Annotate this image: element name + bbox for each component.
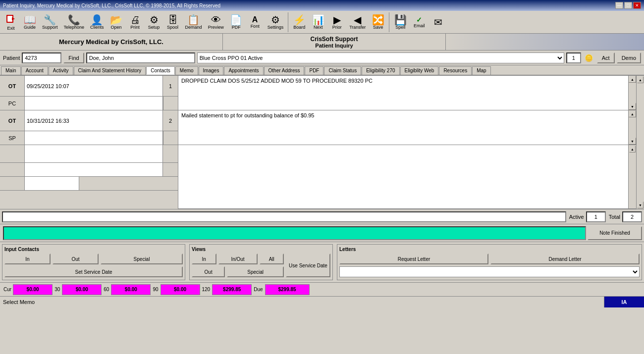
- open-button[interactable]: 📂 Open: [107, 13, 125, 31]
- pdf-button[interactable]: 📄 PDF: [227, 13, 245, 31]
- due-label: Due: [252, 287, 265, 292]
- demand-icon: 📋: [187, 15, 200, 25]
- minimize-btn[interactable]: —: [615, 2, 623, 9]
- contact-datetime-2: 10/31/2012 16:33: [25, 110, 163, 131]
- special-button[interactable]: Special: [101, 253, 183, 264]
- act-button[interactable]: Act: [597, 52, 615, 63]
- in-button[interactable]: In: [4, 253, 51, 264]
- board-icon: 📊: [312, 15, 324, 25]
- tab-images[interactable]: Images: [199, 66, 224, 75]
- spell-button[interactable]: ✓ Email: [410, 15, 428, 30]
- find-button[interactable]: Find: [63, 52, 84, 63]
- prior-icon: ◀: [354, 15, 361, 25]
- prior-button[interactable]: ◀ Transfer: [347, 13, 368, 31]
- coin-icon[interactable]: 🪙: [583, 52, 595, 63]
- contact-subrow-1: PC: [0, 97, 178, 110]
- tab-main[interactable]: Main: [1, 66, 21, 75]
- active-label: Active: [569, 214, 584, 220]
- demand-button[interactable]: 📋 Demand: [183, 13, 205, 31]
- next-button[interactable]: ▶ Prior: [328, 13, 346, 31]
- contact-num-2: 2: [163, 110, 178, 131]
- use-service-date-button[interactable]: Use Service Date: [286, 253, 330, 277]
- setup-label: Setup: [148, 25, 160, 30]
- main-scrollbar[interactable]: ▲ ▼: [636, 76, 644, 209]
- views-in-button[interactable]: In: [192, 253, 216, 264]
- tab-activity[interactable]: Activity: [49, 66, 73, 75]
- contact-fields-row: [0, 177, 178, 191]
- board-button[interactable]: 📊 Next: [309, 13, 327, 31]
- tab-eligibility-270[interactable]: Eligibility 270: [362, 66, 399, 75]
- clients-button[interactable]: 👤 Clients: [88, 13, 107, 31]
- patient-id-input[interactable]: [22, 52, 61, 63]
- cur-label: Cur: [2, 287, 13, 292]
- demand-letter-button[interactable]: Demand Letter: [490, 253, 640, 264]
- support-title: CrisSoft Support: [311, 36, 358, 43]
- setup-button[interactable]: ⚙ Setup: [145, 13, 163, 31]
- note-scroll-3[interactable]: ▲: [628, 145, 636, 208]
- views-section: Views In In/Out All Out Special Use Serv…: [189, 244, 333, 280]
- letters-dropdown[interactable]: [339, 266, 640, 277]
- green-note-input[interactable]: [3, 226, 586, 240]
- preview-button[interactable]: 👁 Preview: [206, 13, 226, 31]
- letters-title: Letters: [339, 247, 640, 252]
- tab-contacts[interactable]: Contacts: [146, 66, 174, 75]
- note-scroll-2[interactable]: ▲ ▼: [628, 110, 636, 145]
- note-finished-button[interactable]: Note Finished: [588, 226, 642, 240]
- close-btn[interactable]: ✕: [633, 2, 641, 9]
- settings-button[interactable]: ⚙ Settings: [265, 13, 286, 31]
- patient-num-input[interactable]: [566, 52, 581, 63]
- views-out-button[interactable]: Out: [192, 266, 225, 277]
- exit-button[interactable]: Exit: [2, 12, 20, 32]
- guide-button[interactable]: 📖 Guide: [21, 13, 39, 31]
- tab-appointments[interactable]: Appointments: [224, 66, 263, 75]
- request-letter-button[interactable]: Request Letter: [339, 253, 488, 264]
- tab-map[interactable]: Map: [472, 66, 490, 75]
- print-button[interactable]: 🖨 Print: [126, 13, 144, 31]
- status-msg: Select Memo: [0, 297, 604, 307]
- insurance-select[interactable]: Blue Cross PPO 01 Active: [197, 52, 564, 63]
- module-name: Patient Inquiry: [315, 43, 353, 49]
- spool-button[interactable]: 🗄 Spool: [164, 13, 182, 31]
- execute-icon: ⚡: [293, 15, 306, 25]
- window-controls[interactable]: — □ ✕: [615, 2, 641, 9]
- contact-detail-2[interactable]: [25, 131, 163, 145]
- tab-claim-status[interactable]: Claim Status: [324, 66, 361, 75]
- tab-other-address[interactable]: Other Address: [264, 66, 305, 75]
- status-input[interactable]: [2, 211, 566, 222]
- out-button[interactable]: Out: [53, 253, 99, 264]
- views-left-col: In In/Out All Out Special: [192, 253, 284, 277]
- tab-claim-history[interactable]: Claim And Statement History: [74, 66, 146, 75]
- transfer-button[interactable]: 🔀 Save: [369, 13, 387, 31]
- bottom-sections: Input Contacts In Out Special Set Servic…: [0, 242, 644, 283]
- setup-icon: ⚙: [150, 15, 159, 25]
- tab-memo[interactable]: Memo: [175, 66, 198, 75]
- email-button[interactable]: ✉: [429, 16, 447, 29]
- telephone-button[interactable]: 📞 Telephone: [61, 13, 87, 31]
- contact-detail-1[interactable]: [25, 97, 163, 110]
- maximize-btn[interactable]: □: [624, 2, 632, 9]
- views-special-button[interactable]: Special: [227, 266, 284, 277]
- toolbar-separator-2: [389, 12, 389, 32]
- font-button[interactable]: A Font: [246, 14, 264, 30]
- support-icon: 🔧: [44, 15, 56, 25]
- tab-resources[interactable]: Resources: [439, 66, 472, 75]
- support-button[interactable]: 🔧 Support: [40, 13, 60, 31]
- tab-eligiblity-web[interactable]: Eligiblity Web: [400, 66, 439, 75]
- contact-code-1: PC: [0, 97, 25, 110]
- input-contacts-title: Input Contacts: [4, 247, 183, 252]
- exit-label: Exit: [7, 26, 14, 31]
- demo-button[interactable]: Demo: [617, 52, 641, 63]
- print-label: Print: [130, 25, 140, 30]
- note-scroll-1[interactable]: ▲ ▼: [628, 76, 636, 110]
- tab-pdf[interactable]: PDF: [305, 66, 323, 75]
- set-service-date-button[interactable]: Set Service Date: [4, 266, 183, 277]
- views-in-out-button[interactable]: In/Out: [218, 253, 258, 264]
- patient-name-input[interactable]: [86, 52, 195, 63]
- tab-account[interactable]: Account: [21, 66, 48, 75]
- input-contacts-section: Input Contacts In Out Special Set Servic…: [2, 244, 185, 280]
- execute-button[interactable]: ⚡ Board: [290, 13, 308, 31]
- save-button[interactable]: 💾 Spell: [391, 13, 409, 31]
- patient-row: Patient Find Blue Cross PPO 01 Active 🪙 …: [0, 51, 644, 65]
- email-icon: ✉: [434, 17, 442, 27]
- views-all-button[interactable]: All: [260, 253, 284, 264]
